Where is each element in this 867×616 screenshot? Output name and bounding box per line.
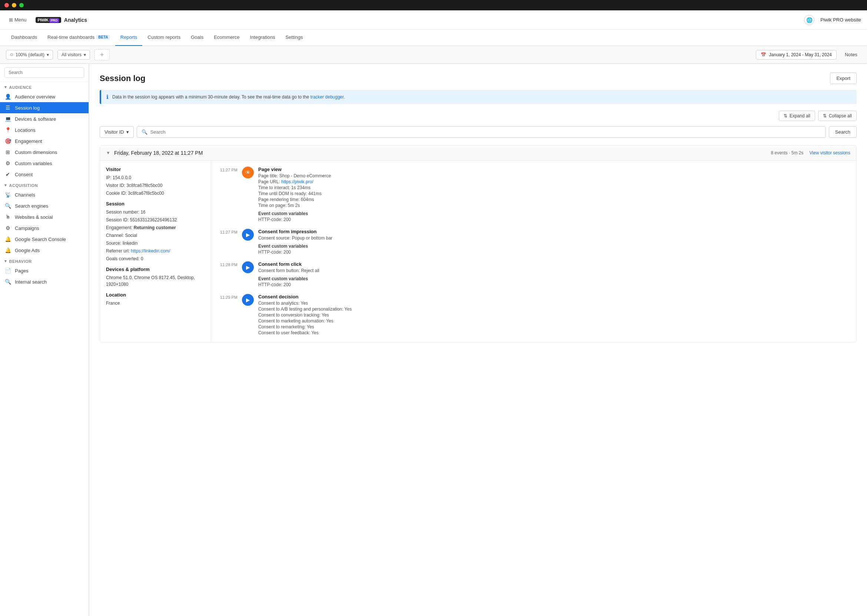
sidebar-item-engagement[interactable]: 🎯 Engagement bbox=[0, 135, 88, 146]
tab-ecommerce[interactable]: Ecommerce bbox=[209, 30, 244, 46]
view-visitor-sessions-link[interactable]: View visitor sessions bbox=[810, 150, 850, 156]
sidebar-item-custom-variables[interactable]: ⚙ Custom variables bbox=[0, 158, 88, 169]
tab-custom-reports[interactable]: Custom reports bbox=[142, 30, 186, 46]
custom-vars-section-1: Event custom variables HTTP-code: 200 bbox=[258, 211, 850, 222]
channels-label: Channels bbox=[15, 192, 35, 198]
consent-decision-icon: ▶ bbox=[242, 294, 254, 306]
person-icon: 👤 bbox=[5, 94, 11, 100]
search-submit-button[interactable]: Search bbox=[829, 126, 857, 138]
devices-section-title: Devices & platform bbox=[106, 267, 205, 272]
close-btn[interactable] bbox=[5, 3, 9, 8]
referrer-link[interactable]: https://linkedin.com/ bbox=[131, 248, 170, 254]
page-url-link[interactable]: https://piwik.pro/ bbox=[281, 179, 314, 184]
page-render-row: Page rendering time: 604ms bbox=[258, 197, 850, 202]
consent-remarketing-row: Consent to remarketing: Yes bbox=[258, 324, 850, 330]
events-summary: 8 events · 5m 2s bbox=[771, 150, 803, 156]
sidebar-item-websites-social[interactable]: 🖱 Websites & social bbox=[0, 211, 88, 223]
gads-icon: 🔔 bbox=[5, 247, 11, 253]
event-details-1: Page view Page title: Shop - Demo eComme… bbox=[258, 167, 850, 223]
menu-button[interactable]: ⊞ Menu bbox=[6, 16, 30, 24]
beta-badge: BETA bbox=[96, 35, 110, 39]
devices-icon: 💻 bbox=[5, 116, 11, 122]
chevron-icon2: ▾ bbox=[5, 183, 7, 188]
sidebar-item-campaigns[interactable]: ⚙ Campaigns bbox=[0, 223, 88, 234]
engagement-row: Engagement: Returning customer bbox=[106, 224, 205, 231]
menu-label: Menu bbox=[14, 17, 27, 23]
session-collapse-icon: ▼ bbox=[106, 150, 110, 156]
sidebar-item-audience-overview[interactable]: 👤 Audience overview bbox=[0, 91, 88, 102]
sidebar-item-search-engines[interactable]: 🔍 Search engines bbox=[0, 200, 88, 211]
tab-settings[interactable]: Settings bbox=[280, 30, 308, 46]
sidebar: ▾ AUDIENCE 👤 Audience overview ☰ Session… bbox=[0, 64, 89, 616]
session-id-row: Session ID: 5516331236226496132 bbox=[106, 217, 205, 223]
sidebar-item-channels[interactable]: 📡 Channels bbox=[0, 189, 88, 200]
session-log-label: Session log bbox=[15, 105, 39, 111]
behavior-section-label[interactable]: ▾ BEHAVIOR bbox=[5, 259, 84, 264]
event-title-1: Page view bbox=[258, 167, 850, 172]
sidebar-item-google-search-console[interactable]: 🔔 Google Search Console bbox=[0, 234, 88, 245]
internal-search-label: Internal search bbox=[15, 279, 47, 285]
visitor-id-dropdown[interactable]: Visitor ID ▾ bbox=[100, 126, 134, 138]
sidebar-item-google-ads[interactable]: 🔔 Google Ads bbox=[0, 245, 88, 256]
search-input-wrap: 🔍 bbox=[137, 126, 826, 138]
sidebar-item-session-log[interactable]: ☰ Session log bbox=[0, 102, 88, 113]
titlebar bbox=[0, 0, 867, 10]
chevron-down-icon2: ▾ bbox=[84, 52, 86, 57]
all-visitors-button[interactable]: All visitors ▾ bbox=[57, 50, 90, 60]
acquisition-section-label[interactable]: ▾ ACQUISITION bbox=[5, 183, 84, 188]
sidebar-search-input[interactable] bbox=[5, 68, 84, 78]
add-segment-button[interactable]: + bbox=[95, 49, 110, 60]
acquisition-section: ▾ ACQUISITION bbox=[0, 180, 88, 189]
event-row-1: 11:27 PM 👁 Page view Page title: Shop - … bbox=[217, 167, 850, 223]
event-row-2: 11:27 PM ▶ Consent form impression Conse… bbox=[217, 229, 850, 255]
tab-realtime[interactable]: Real-time dashboards BETA bbox=[42, 30, 115, 46]
visitor-id-row: Visitor ID: 3c8fca67f8c5bc00 bbox=[106, 182, 205, 189]
events-list: 11:27 PM 👁 Page view Page title: Shop - … bbox=[211, 161, 856, 342]
locations-label: Locations bbox=[15, 127, 36, 133]
search-engines-icon: 🔍 bbox=[5, 203, 11, 209]
sidebar-item-devices[interactable]: 💻 Devices & software bbox=[0, 113, 88, 124]
chevron-icon: ▾ bbox=[5, 85, 7, 90]
custom-vars-title-3: Event custom variables bbox=[258, 276, 850, 281]
sidebar-item-internal-search[interactable]: 🔍 Internal search bbox=[0, 276, 88, 287]
custom-variables-label: Custom variables bbox=[15, 161, 52, 166]
export-button[interactable]: Export bbox=[830, 72, 857, 84]
tab-integrations[interactable]: Integrations bbox=[245, 30, 281, 46]
tab-goals[interactable]: Goals bbox=[186, 30, 209, 46]
segment-button[interactable]: ⊙ 100% (default) ▾ bbox=[6, 50, 53, 60]
toolbar: ⊙ 100% (default) ▾ All visitors ▾ + 📅 Ja… bbox=[0, 46, 867, 64]
tracker-debugger-link[interactable]: tracker debugger bbox=[311, 94, 344, 100]
consent-source-row: Consent source: Popup or bottom bar bbox=[258, 236, 850, 240]
sidebar-item-pages[interactable]: 📄 Pages bbox=[0, 265, 88, 276]
campaigns-icon: ⚙ bbox=[5, 225, 11, 231]
custom-vars-section-3: Event custom variables HTTP-code: 200 bbox=[258, 276, 850, 287]
sidebar-item-consent[interactable]: ✔ Consent bbox=[0, 169, 88, 180]
visitor-section-title: Visitor bbox=[106, 167, 205, 172]
session-header[interactable]: ▼ Friday, February 18, 2022 at 11:27 PM … bbox=[100, 146, 856, 161]
gsc-icon: 🔔 bbox=[5, 236, 11, 242]
notes-button[interactable]: Notes bbox=[841, 50, 861, 59]
expand-collapse-bar: ⇅ Expand all ⇅ Collapse all bbox=[100, 111, 857, 121]
location-info: France bbox=[106, 300, 205, 306]
maximize-btn[interactable] bbox=[19, 3, 24, 8]
event-title-3: Consent form click bbox=[258, 261, 850, 267]
search-input[interactable] bbox=[150, 127, 821, 137]
minimize-btn[interactable] bbox=[12, 3, 16, 8]
sidebar-item-custom-dimensions[interactable]: ⊞ Custom dimensions bbox=[0, 146, 88, 158]
tab-reports[interactable]: Reports bbox=[115, 30, 143, 46]
http-code-2: HTTP-code: 200 bbox=[258, 250, 850, 255]
session-number-row: Session number: 16 bbox=[106, 209, 205, 215]
audience-section-label[interactable]: ▾ AUDIENCE bbox=[5, 85, 84, 90]
event-time-3: 11:28 PM bbox=[217, 261, 238, 267]
websites-social-label: Websites & social bbox=[15, 214, 53, 220]
expand-all-button[interactable]: ⇅ Expand all bbox=[779, 111, 815, 121]
chevron-down-icon3: ▾ bbox=[126, 129, 129, 135]
expand-icon: ⇅ bbox=[783, 113, 787, 118]
date-range-button[interactable]: 📅 January 1, 2024 - May 31, 2024 bbox=[756, 50, 837, 60]
chevron-icon3: ▾ bbox=[5, 259, 7, 264]
collapse-all-button[interactable]: ⇅ Collapse all bbox=[818, 111, 857, 121]
sidebar-item-locations[interactable]: 📍 Locations bbox=[0, 124, 88, 135]
site-name: Piwik PRO website bbox=[820, 17, 861, 23]
tab-dashboards[interactable]: Dashboards bbox=[6, 30, 42, 46]
page-view-icon: 👁 bbox=[242, 167, 254, 178]
